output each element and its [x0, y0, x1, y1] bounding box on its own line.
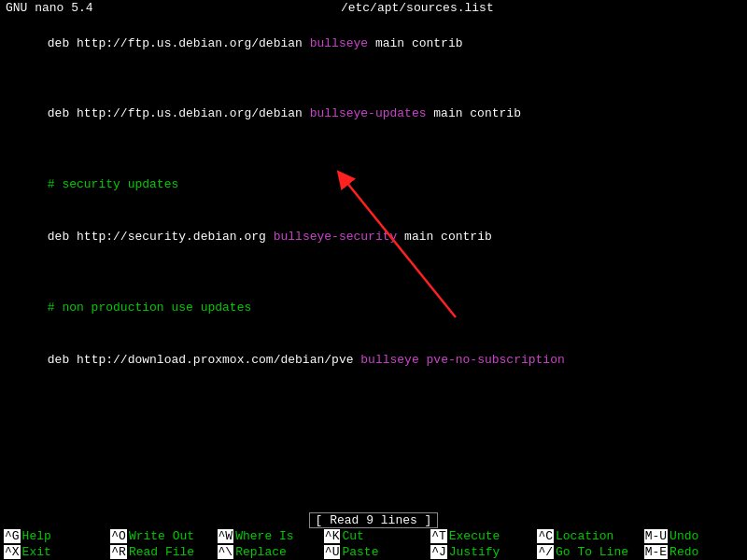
file-path: /etc/apt/sources.list — [341, 1, 494, 15]
editor-line-7 — [4, 264, 743, 282]
label-writeout: Write Out — [129, 529, 194, 543]
key-help: ^G — [4, 529, 21, 543]
url-1: http://ftp.us.debian.org/debian — [77, 36, 303, 50]
label-whereis: Where Is — [235, 529, 293, 543]
shortcut-paste[interactable]: ^U Paste — [320, 544, 427, 560]
key-whereis: ^W — [218, 529, 234, 543]
status-message: [ Read 9 lines ] — [309, 512, 439, 528]
footer-row-2: ^X Exit ^R Read File ^\ Replace ^U Paste… — [0, 544, 747, 560]
comment-5: # security updates — [48, 177, 178, 191]
key-justify: ^J — [430, 545, 447, 559]
label-location: Location — [556, 529, 613, 543]
space — [303, 36, 310, 50]
comment-8: # non production use updates — [48, 301, 251, 315]
label-help: Help — [22, 529, 51, 543]
deb-kw-6: deb — [48, 230, 77, 244]
editor-line-1: deb http://ftp.us.debian.org/debian bull… — [4, 18, 743, 71]
suite-6: main contrib — [397, 230, 491, 244]
url-3: http://ftp.us.debian.org/debian — [77, 106, 303, 120]
shortcut-undo[interactable]: M-U Undo — [641, 528, 747, 544]
key-redo: M-E — [644, 545, 668, 559]
key-paste: ^U — [324, 545, 341, 559]
pkg-9: pve-no-subscription — [427, 353, 565, 367]
footer: ^G Help ^O Write Out ^W Where Is ^K Cut … — [0, 528, 747, 560]
editor-content[interactable]: deb http://ftp.us.debian.org/debian bull… — [0, 16, 747, 512]
status-bar: [ Read 9 lines ] — [0, 512, 747, 528]
label-justify: Justify — [449, 545, 500, 559]
distro-9: bullseye — [360, 353, 418, 367]
distro-1: bullseye — [310, 36, 368, 50]
editor-line-8: # non production use updates — [4, 282, 743, 335]
deb-kw-3: deb — [48, 106, 77, 120]
key-replace: ^\ — [218, 545, 234, 559]
label-cut: Cut — [342, 529, 363, 543]
shortcut-gotoline[interactable]: ^/ Go To Line — [533, 544, 640, 560]
label-paste: Paste — [342, 545, 378, 559]
title-bar: GNU nano 5.4 /etc/apt/sources.list — [0, 0, 747, 16]
key-cut: ^K — [324, 529, 341, 543]
distro-3: bullseye-updates — [310, 106, 427, 120]
key-exit: ^X — [4, 545, 21, 559]
label-undo: Undo — [669, 529, 698, 543]
shortcut-location[interactable]: ^C Location — [533, 528, 640, 544]
label-execute: Execute — [449, 529, 500, 543]
shortcut-readfile[interactable]: ^R Read File — [106, 544, 213, 560]
editor-line-9: deb http://download.proxmox.com/debian/p… — [4, 334, 743, 387]
editor-line-6: deb http://security.debian.org bullseye-… — [4, 211, 743, 264]
deb-kw: deb — [48, 36, 77, 50]
label-replace: Replace — [235, 545, 287, 559]
suite-1: main contrib — [368, 36, 462, 50]
shortcut-replace[interactable]: ^\ Replace — [214, 544, 320, 560]
key-location: ^C — [537, 529, 554, 543]
label-readfile: Read File — [129, 545, 194, 559]
label-gotoline: Go To Line — [556, 545, 628, 559]
shortcut-whereis[interactable]: ^W Where Is — [214, 528, 320, 544]
url-9: http://download.proxmox.com/debian/pve — [77, 353, 353, 367]
nano-editor: GNU nano 5.4 /etc/apt/sources.list deb h… — [0, 0, 747, 560]
editor-line-3: deb http://ftp.us.debian.org/debian bull… — [4, 88, 743, 141]
shortcut-justify[interactable]: ^J Justify — [427, 544, 533, 560]
deb-kw-9: deb — [48, 353, 77, 367]
label-redo: Redo — [669, 545, 698, 559]
url-6: http://security.debian.org — [77, 230, 266, 244]
suite-3: main contrib — [427, 106, 521, 120]
key-readfile: ^R — [110, 545, 127, 559]
shortcut-help[interactable]: ^G Help — [0, 528, 106, 544]
shortcut-exit[interactable]: ^X Exit — [0, 544, 106, 560]
label-exit: Exit — [22, 545, 51, 559]
editor-line-4 — [4, 141, 743, 159]
editor-line-5: # security updates — [4, 159, 743, 212]
shortcut-redo[interactable]: M-E Redo — [641, 544, 747, 560]
distro-6: bullseye-security — [274, 230, 398, 244]
shortcut-writeout[interactable]: ^O Write Out — [106, 528, 213, 544]
key-gotoline: ^/ — [537, 545, 554, 559]
shortcut-execute[interactable]: ^T Execute — [427, 528, 533, 544]
key-writeout: ^O — [110, 529, 127, 543]
shortcut-cut[interactable]: ^K Cut — [320, 528, 427, 544]
app-name: GNU nano 5.4 — [6, 1, 93, 15]
key-execute: ^T — [430, 529, 447, 543]
editor-line-2 — [4, 71, 743, 89]
footer-row-1: ^G Help ^O Write Out ^W Where Is ^K Cut … — [0, 528, 747, 544]
key-undo: M-U — [644, 529, 668, 543]
